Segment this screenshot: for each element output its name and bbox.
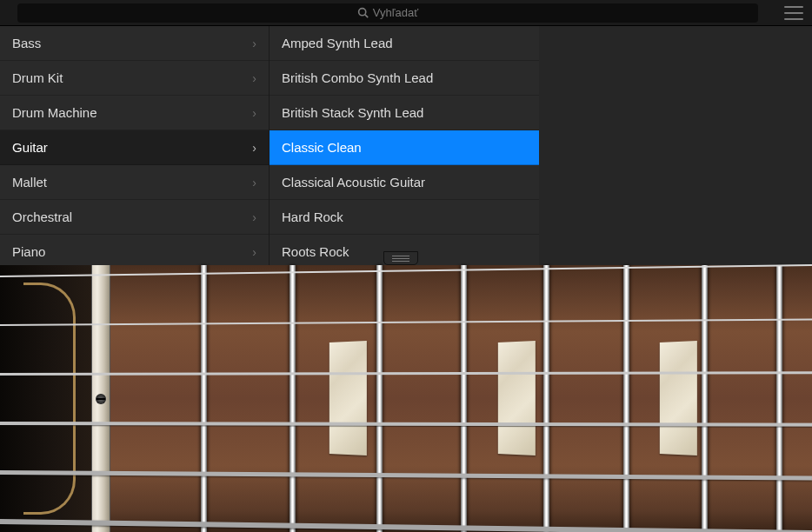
svg-line-1 [365, 15, 368, 17]
chevron-right-icon: › [252, 141, 256, 155]
category-label: Orchestral [12, 209, 252, 224]
chevron-right-icon: › [252, 245, 256, 259]
category-column: Bass›Drum Kit›Drum Machine›Guitar›Mallet… [0, 26, 270, 265]
category-row[interactable]: Guitar› [0, 130, 269, 165]
fret [201, 265, 207, 532]
preset-row[interactable]: British Combo Synth Lead [270, 61, 539, 96]
string-1[interactable] [0, 264, 812, 276]
category-label: Drum Machine [12, 105, 252, 120]
preset-label: Classical Acoustic Guitar [282, 175, 527, 190]
chevron-right-icon: › [252, 71, 256, 85]
fret [461, 265, 467, 532]
preset-row[interactable]: Hard Rock [270, 200, 539, 235]
preset-column: Amped Synth LeadBritish Combo Synth Lead… [270, 26, 539, 265]
category-row[interactable]: Bass› [0, 26, 269, 61]
headstock [0, 265, 91, 532]
chevron-right-icon: › [252, 106, 256, 120]
svg-point-0 [358, 9, 365, 16]
category-row[interactable]: Drum Machine› [0, 96, 269, 130]
search-input[interactable]: Vyhľadať [17, 3, 758, 23]
category-label: Guitar [12, 140, 252, 155]
headstock-binding [23, 283, 76, 515]
fret [623, 265, 629, 532]
category-row[interactable]: Mallet› [0, 165, 269, 200]
category-row[interactable]: Orchestral› [0, 200, 269, 235]
fret [702, 265, 708, 532]
preset-row[interactable]: Classical Acoustic Guitar [270, 165, 539, 200]
category-label: Piano [12, 244, 252, 259]
guitar-fretboard[interactable] [0, 265, 812, 532]
chevron-right-icon: › [252, 176, 256, 190]
fret [376, 265, 383, 532]
panel-resize-handle[interactable] [383, 251, 418, 265]
search-placeholder: Vyhľadať [373, 6, 418, 19]
fret [776, 265, 782, 532]
menu-icon[interactable] [784, 6, 803, 20]
screw-icon [96, 394, 106, 404]
sound-browser: Bass›Drum Kit›Drum Machine›Guitar›Mallet… [0, 26, 539, 265]
fret [290, 265, 296, 532]
chevron-right-icon: › [252, 37, 256, 50]
string-3[interactable] [0, 371, 812, 373]
search-icon [357, 7, 369, 18]
preset-label: British Stack Synth Lead [282, 105, 527, 120]
top-bar: Vyhľadať [0, 0, 812, 26]
fret-inlay [660, 341, 697, 456]
string-5[interactable] [0, 470, 812, 476]
category-row[interactable]: Drum Kit› [0, 61, 269, 96]
nut [91, 265, 110, 532]
panel-backdrop [539, 26, 812, 265]
category-label: Drum Kit [12, 70, 252, 85]
preset-label: British Combo Synth Lead [282, 70, 527, 85]
app-root: Vyhľadať Bass›Drum Kit›Drum Machine›Guit… [0, 0, 812, 532]
category-label: Bass [12, 36, 252, 50]
fret-inlay [498, 341, 536, 456]
preset-row[interactable]: Classic Clean [270, 130, 539, 165]
preset-row[interactable]: British Stack Synth Lead [270, 96, 539, 130]
preset-label: Hard Rock [282, 209, 527, 224]
category-row[interactable]: Piano› [0, 235, 269, 265]
string-2[interactable] [0, 318, 812, 324]
category-label: Mallet [12, 175, 252, 190]
chevron-right-icon: › [252, 210, 256, 224]
preset-label: Classic Clean [282, 140, 527, 155]
preset-row[interactable]: Amped Synth Lead [270, 26, 539, 61]
string-6[interactable] [0, 519, 812, 530]
fret [543, 265, 549, 532]
fret-inlay [329, 341, 367, 456]
preset-label: Amped Synth Lead [282, 36, 527, 50]
